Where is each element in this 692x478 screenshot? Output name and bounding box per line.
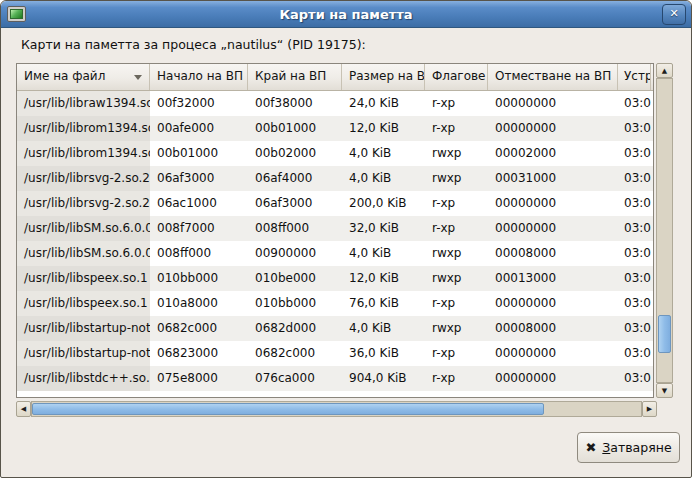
- table-body: /usr/lib/libraw1394.so00f3200000f3800024…: [17, 91, 653, 391]
- sort-descending-icon: [134, 75, 142, 80]
- table-cell-vm_offset: 00000000: [488, 116, 618, 141]
- table-cell-flags: r-xp: [425, 191, 488, 216]
- table-cell-device: 03:02: [618, 191, 651, 216]
- table-cell-vm_end: 010bb000: [248, 291, 342, 316]
- table-cell-vm_offset: 00000000: [488, 191, 618, 216]
- table-row[interactable]: /usr/lib/librsvg-2.so.206af300006af40004…: [17, 166, 653, 191]
- table-cell-vm_size: 904,0 KiB: [342, 366, 425, 391]
- table-cell-vm_end: 008ff000: [248, 216, 342, 241]
- table-cell-flags: r-xp: [425, 341, 488, 366]
- table-cell-flags: rwxp: [425, 166, 488, 191]
- table-cell-device: 03:02: [618, 116, 651, 141]
- memory-maps-table: Име на файлНачало на ВПКрай на ВПРазмер …: [16, 63, 654, 398]
- table-cell-filename: /usr/lib/librsvg-2.so.2: [17, 166, 150, 191]
- table-cell-vm_offset: 00000000: [488, 291, 618, 316]
- vertical-scroll-trough[interactable]: [656, 78, 673, 383]
- table-cell-filename: /usr/lib/librom1394.so: [17, 116, 150, 141]
- table-cell-vm_size: 4,0 KiB: [342, 316, 425, 341]
- table-row[interactable]: /usr/lib/libraw1394.so00f3200000f3800024…: [17, 91, 653, 116]
- window-title: Карти на паметта: [1, 7, 691, 22]
- vertical-scrollbar[interactable]: ▲ ▼: [656, 63, 673, 398]
- process-description-label: Карти на паметта за процеса „nautilus“ (…: [21, 37, 366, 52]
- table-cell-vm_offset: 00000000: [488, 91, 618, 116]
- column-header-filename[interactable]: Име на файл: [17, 64, 150, 90]
- table-cell-vm_size: 36,0 KiB: [342, 341, 425, 366]
- scroll-up-icon[interactable]: ▲: [656, 63, 673, 78]
- table-cell-vm_size: 4,0 KiB: [342, 141, 425, 166]
- table-cell-device: 03:02: [618, 216, 651, 241]
- table-cell-filename: /usr/lib/libspeex.so.1: [17, 266, 150, 291]
- table-cell-device: 03:02: [618, 241, 651, 266]
- table-cell-vm_offset: 00008000: [488, 316, 618, 341]
- horizontal-scroll-thumb[interactable]: [32, 403, 544, 415]
- table-row[interactable]: /usr/lib/librom1394.so00afe00000b0100012…: [17, 116, 653, 141]
- table-row[interactable]: /usr/lib/libstartup-not0682c0000682d0004…: [17, 316, 653, 341]
- table-cell-vm_size: 200,0 KiB: [342, 191, 425, 216]
- table-cell-device: 03:02: [618, 266, 651, 291]
- table-row[interactable]: /usr/lib/libstdc++.so.075e8000076ca00090…: [17, 366, 653, 391]
- close-button-label: Затваряне: [602, 440, 671, 455]
- column-header-vm_start[interactable]: Начало на ВП: [150, 64, 248, 90]
- table-cell-device: 03:02: [618, 366, 651, 391]
- table-row[interactable]: /usr/lib/librsvg-2.so.206ac100006af30002…: [17, 191, 653, 216]
- table-cell-filename: /usr/lib/libspeex.so.1: [17, 291, 150, 316]
- horizontal-scrollbar[interactable]: ◀ ▶: [16, 401, 657, 417]
- table-cell-filename: /usr/lib/libraw1394.so: [17, 91, 150, 116]
- close-button[interactable]: ✖ Затваряне: [577, 432, 680, 463]
- table-cell-vm_start: 008f7000: [150, 216, 248, 241]
- column-header-vm_end[interactable]: Край на ВП: [248, 64, 342, 90]
- monitor-screen: [10, 9, 23, 19]
- system-monitor-icon: [7, 6, 26, 22]
- table-cell-device: 03:02: [618, 141, 651, 166]
- table-cell-vm_end: 00b02000: [248, 141, 342, 166]
- table-cell-device: 03:02: [618, 341, 651, 366]
- table-cell-vm_start: 00b01000: [150, 141, 248, 166]
- table-cell-vm_start: 06ac1000: [150, 191, 248, 216]
- table-row[interactable]: /usr/lib/libstartup-not068230000682c0003…: [17, 341, 653, 366]
- vertical-scroll-thumb[interactable]: [658, 315, 671, 353]
- column-header-vm_offset[interactable]: Отместване на ВП: [488, 64, 618, 90]
- table-cell-device: 03:02: [618, 291, 651, 316]
- table-cell-vm_offset: 00013000: [488, 266, 618, 291]
- table-cell-device: 03:02: [618, 316, 651, 341]
- table-cell-flags: rwxp: [425, 241, 488, 266]
- table-cell-filename: /usr/lib/librom1394.so: [17, 141, 150, 166]
- table-cell-vm_start: 06af3000: [150, 166, 248, 191]
- table-cell-vm_end: 00f38000: [248, 91, 342, 116]
- table-cell-vm_start: 075e8000: [150, 366, 248, 391]
- table-cell-vm_size: 24,0 KiB: [342, 91, 425, 116]
- memory-maps-dialog: Карти на паметта ✕ Карти на паметта за п…: [0, 0, 692, 478]
- column-header-flags[interactable]: Флагове: [425, 64, 488, 90]
- table-cell-vm_end: 06af3000: [248, 191, 342, 216]
- table-cell-flags: r-xp: [425, 91, 488, 116]
- table-cell-vm_end: 06af4000: [248, 166, 342, 191]
- table-cell-device: 03:02: [618, 91, 651, 116]
- table-cell-vm_size: 12,0 KiB: [342, 266, 425, 291]
- table-row[interactable]: /usr/lib/libspeex.so.1010bb000010be00012…: [17, 266, 653, 291]
- table-cell-vm_offset: 00000000: [488, 216, 618, 241]
- scroll-left-icon[interactable]: ◀: [16, 401, 31, 417]
- table-row[interactable]: /usr/lib/libSM.so.6.0.0008ff000009000004…: [17, 241, 653, 266]
- table-cell-filename: /usr/lib/libstdc++.so.: [17, 366, 150, 391]
- table-cell-vm_size: 32,0 KiB: [342, 216, 425, 241]
- scroll-right-icon[interactable]: ▶: [642, 401, 657, 417]
- table-cell-vm_end: 0682d000: [248, 316, 342, 341]
- table-row[interactable]: /usr/lib/libSM.so.6.0.0008f7000008ff0003…: [17, 216, 653, 241]
- table-cell-vm_size: 4,0 KiB: [342, 166, 425, 191]
- table-row[interactable]: /usr/lib/librom1394.so00b0100000b020004,…: [17, 141, 653, 166]
- table-cell-flags: r-xp: [425, 366, 488, 391]
- horizontal-scroll-trough[interactable]: [31, 401, 642, 417]
- table-cell-vm_end: 00b01000: [248, 116, 342, 141]
- table-cell-vm_offset: 00000000: [488, 366, 618, 391]
- table-cell-device: 03:02: [618, 166, 651, 191]
- scroll-down-icon[interactable]: ▼: [656, 383, 673, 398]
- table-cell-vm_start: 010bb000: [150, 266, 248, 291]
- window-close-icon[interactable]: ✕: [662, 4, 686, 25]
- table-row[interactable]: /usr/lib/libspeex.so.1010a8000010bb00076…: [17, 291, 653, 316]
- table-cell-vm_start: 008ff000: [150, 241, 248, 266]
- table-cell-vm_end: 0682c000: [248, 341, 342, 366]
- table-cell-flags: rwxp: [425, 141, 488, 166]
- column-header-device[interactable]: Устройство: [618, 64, 651, 90]
- titlebar[interactable]: Карти на паметта ✕: [1, 1, 691, 28]
- column-header-vm_size[interactable]: Размер на ВП: [342, 64, 425, 90]
